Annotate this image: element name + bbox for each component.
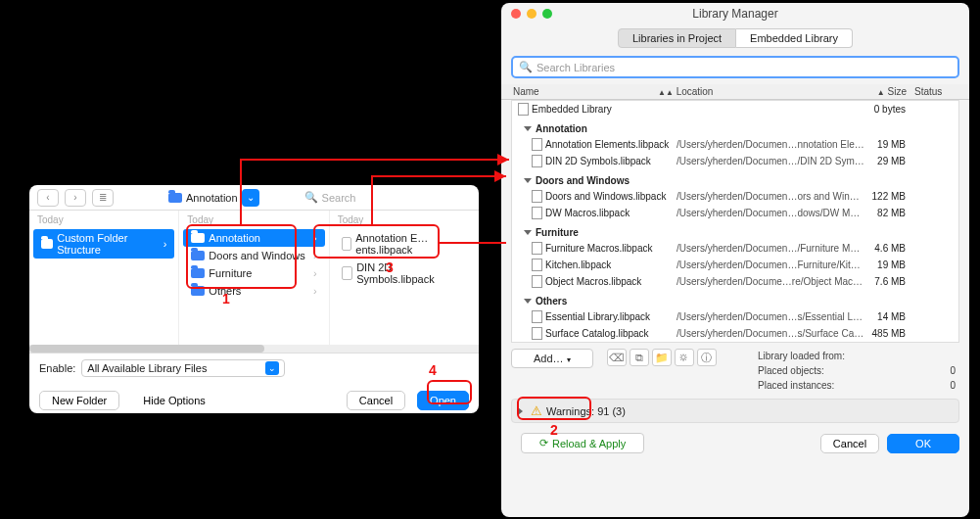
library-row[interactable]: Essential Library.libpack/Users/yherden/… (512, 308, 958, 325)
folder-dropdown-button[interactable]: ⌄ (242, 189, 259, 207)
col-location[interactable]: Location (677, 86, 714, 97)
item-label: Annotation Elements.libpack (545, 139, 669, 150)
remove-library-button[interactable]: ⌫ (607, 349, 627, 366)
ok-button[interactable]: OK (887, 434, 959, 453)
embedded-library-row[interactable]: Embedded Library 0 bytes (512, 101, 958, 118)
duplicate-button[interactable]: ⧉ (630, 349, 649, 366)
view-mode-button[interactable]: ≣ (92, 189, 114, 207)
add-button[interactable]: Add… ▾ (511, 349, 593, 368)
item-label: Surface Catalog.libpack (545, 328, 649, 339)
column-3: Today Annotation E…ents.libpack DIN 2D S… (330, 211, 479, 345)
placed-objects-label: Placed objects: (758, 365, 824, 376)
list-item[interactable]: DIN 2D Symbols.libpack (334, 259, 475, 288)
callout-number-4: 4 (429, 362, 437, 378)
warnings-label: Warnings: 91 (3) (546, 405, 626, 417)
location-label: /Users/yherden/Documen…nnotation Element… (677, 139, 864, 150)
reload-icon: ⟳ (539, 437, 548, 449)
nav-back-button[interactable]: ‹ (37, 189, 59, 207)
tab-libraries-in-project[interactable]: Libraries in Project (618, 28, 736, 48)
group-label: Annotation (536, 123, 587, 134)
list-item[interactable]: Annotation› (183, 229, 324, 247)
tab-embedded-library[interactable]: Embedded Library (736, 28, 853, 48)
current-folder-label: Annotation (186, 192, 238, 204)
library-row[interactable]: Object Macros.libpack/Users/yherden/Docu… (512, 273, 958, 290)
library-row[interactable]: DW Macros.libpack/Users/yherden/Documen…… (512, 205, 958, 221)
chevron-right-icon (518, 407, 523, 415)
search-icon: 🔍 (519, 61, 533, 73)
file-icon (342, 237, 352, 251)
group-header[interactable]: Doors and Windows (512, 169, 958, 188)
library-row[interactable]: Kitchen.libpack/Users/yherden/Documen…Fu… (512, 257, 958, 273)
col-name[interactable]: Name (513, 86, 539, 97)
library-row[interactable]: Annotation Elements.libpack/Users/yherde… (512, 136, 958, 153)
horizontal-scrollbar[interactable] (29, 345, 479, 353)
cancel-button[interactable]: Cancel (820, 434, 879, 453)
enable-value: All Available Library Files (87, 362, 207, 374)
new-folder-button[interactable]: New Folder (39, 391, 119, 410)
file-open-dialog: ‹ › ≣ Annotation ⌄ 🔍 Search Today Custom… (29, 185, 479, 413)
chevron-right-icon: › (313, 267, 317, 279)
chevron-down-icon (524, 126, 532, 131)
warning-icon: ⚠ (531, 403, 542, 418)
library-row[interactable]: Furniture Macros.libpack/Users/yherden/D… (512, 240, 958, 257)
location-label: /Users/yherden/Documen…dows/DW Macros.li… (677, 208, 864, 218)
library-icon (532, 207, 542, 219)
size-label: 82 MB (864, 208, 913, 218)
library-list: Embedded Library 0 bytes Annotation Anno… (511, 100, 959, 343)
col-size[interactable]: Size (888, 86, 907, 97)
library-icon (532, 242, 542, 255)
reload-apply-button[interactable]: ⟳Reload & Apply (521, 433, 644, 453)
list-item[interactable]: Furniture› (183, 264, 324, 282)
folder-icon (191, 268, 205, 278)
nav-forward-button[interactable]: › (65, 189, 86, 207)
item-label: Furniture Macros.libpack (545, 243, 652, 254)
library-icon (532, 190, 542, 203)
titlebar: Library Manager (501, 3, 969, 24)
settings-button[interactable]: ⛭ (675, 349, 694, 366)
search-field[interactable]: 🔍 Search (304, 191, 471, 204)
chevron-down-icon (524, 230, 532, 235)
hide-options-button[interactable]: Hide Options (131, 392, 217, 409)
chevron-down-icon (524, 178, 532, 183)
list-item[interactable]: Annotation E…ents.libpack (334, 229, 475, 259)
library-row[interactable]: Surface Catalog.libpack/Users/yherden/Do… (512, 325, 958, 342)
reload-label: Reload & Apply (552, 438, 626, 449)
item-label: Embedded Library (532, 104, 612, 115)
cancel-button[interactable]: Cancel (347, 391, 405, 410)
list-item[interactable]: Custom Folder Structure › (33, 229, 174, 259)
placed-instances-label: Placed instances: (758, 380, 834, 391)
warnings-row[interactable]: ⚠ Warnings: 91 (3) (511, 399, 959, 423)
size-label: 14 MB (864, 311, 913, 322)
library-row[interactable]: DIN 2D Symbols.libpack/Users/yherden/Doc… (512, 153, 958, 169)
folder-button[interactable]: 📁 (652, 349, 672, 366)
enable-label: Enable: (39, 362, 75, 374)
list-item[interactable]: Others› (183, 282, 324, 300)
enable-filetype-dropdown[interactable]: All Available Library Files ⌄ (81, 359, 285, 377)
search-libraries-input[interactable]: 🔍 Search Libraries (511, 56, 959, 78)
location-label: /Users/yherden/Documen…s/Surface Catalog… (677, 328, 864, 339)
info-button[interactable]: ⓘ (697, 349, 717, 366)
item-label: Essential Library.libpack (545, 311, 650, 322)
list-header: Name ▲▲ Location ▲ Size Status (501, 84, 969, 100)
library-row[interactable]: Doors and Windows.libpack/Users/yherden/… (512, 188, 958, 205)
group-header[interactable]: Furniture (512, 221, 958, 240)
library-icon (532, 310, 542, 323)
group-label: Others (536, 296, 567, 307)
open-button[interactable]: Open (417, 391, 469, 410)
location-label: /Users/yherden/Documen…Furniture/Kitchen… (677, 260, 864, 270)
group-header[interactable]: Others (512, 290, 958, 308)
chevron-right-icon: › (313, 232, 317, 244)
item-label: DIN 2D Symbols.libpack (545, 156, 651, 166)
item-label: DIN 2D Symbols.libpack (356, 261, 467, 285)
size-label: 19 MB (864, 260, 913, 270)
folder-icon (191, 251, 205, 260)
group-label: Doors and Windows (536, 175, 630, 186)
size-label: 19 MB (864, 139, 913, 150)
column-header: Today (179, 211, 328, 229)
col-status[interactable]: Status (914, 86, 942, 97)
chevron-down-icon (524, 299, 532, 304)
list-item[interactable]: Doors and Windows› (183, 247, 324, 264)
group-header[interactable]: Annotation (512, 118, 958, 136)
size-label: 4.6 MB (864, 243, 913, 254)
location-label: /Users/yherden/Documen…/DIN 2D Symbols.l… (677, 156, 864, 166)
